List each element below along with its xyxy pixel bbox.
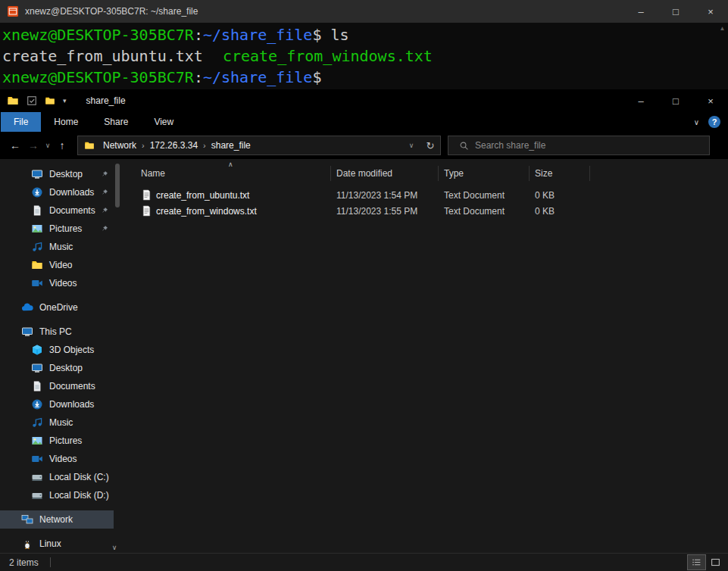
sidebar-scroll-down-icon[interactable]: ∨ <box>109 544 120 551</box>
video-camera-icon <box>31 453 43 465</box>
ribbon-expand-icon[interactable]: ∨ <box>694 118 699 126</box>
search-box[interactable] <box>448 136 710 155</box>
terminal-close-button[interactable]: × <box>693 0 728 23</box>
terminal-app-icon <box>7 5 19 17</box>
sidebar-item-label: Pictures <box>49 435 82 446</box>
scroll-up-icon[interactable]: ▲ <box>720 25 726 32</box>
file-name: create_from_windows.txt <box>156 206 257 217</box>
forward-button[interactable]: → <box>24 139 42 151</box>
column-header-size[interactable]: Size <box>530 166 590 181</box>
sidebar-item-linux[interactable]: Linux <box>0 535 114 553</box>
cloud-icon <box>21 301 33 314</box>
details-view-icon <box>692 557 701 567</box>
large-icons-view-button[interactable] <box>707 555 724 569</box>
sidebar-item-label: This PC <box>39 326 72 337</box>
sidebar-item-videos[interactable]: Videos <box>0 450 114 468</box>
sidebar-item-desktop[interactable]: Desktop <box>0 359 114 377</box>
tab-view[interactable]: View <box>141 112 186 132</box>
back-button[interactable]: ← <box>6 139 24 151</box>
sidebar-item-network[interactable]: Network <box>0 510 114 529</box>
terminal-line-output: create_from_ubuntu.txtcreate_from_window… <box>2 45 728 67</box>
sidebar-item-music[interactable]: Music <box>0 413 114 432</box>
terminal-minimize-button[interactable]: – <box>623 0 658 23</box>
tab-share[interactable]: Share <box>91 112 141 132</box>
view-toggle-buttons <box>688 555 724 569</box>
terminal-line-prompt-2: xnewz@DESKTOP-305BC7R:~/share_file$ <box>2 67 728 88</box>
sidebar-item-onedrive[interactable]: OneDrive <box>0 298 114 317</box>
details-view-button[interactable] <box>688 555 705 569</box>
sidebar-item-video-qa[interactable]: Video <box>0 256 114 274</box>
download-icon <box>31 398 43 410</box>
sidebar-item-local-disk-c[interactable]: Local Disk (C:) <box>0 468 114 486</box>
qat-dropdown-icon[interactable]: ▾ <box>63 97 67 105</box>
sidebar-item-documents[interactable]: Documents <box>0 377 114 395</box>
item-count: 2 items <box>9 557 39 568</box>
sidebar-item-local-disk-d[interactable]: Local Disk (D:) <box>0 486 114 504</box>
column-header-date-modified[interactable]: Date modified <box>331 166 439 181</box>
navigation-pane: Desktop Downloads Documents Pictures <box>0 159 114 553</box>
refresh-icon[interactable]: ↻ <box>420 140 440 151</box>
terminal-maximize-button[interactable]: □ <box>658 0 693 23</box>
desktop: xnewz@DESKTOP-305BC7R: ~/share_file – □ … <box>0 0 728 571</box>
sidebar-item-videos-qa[interactable]: Videos <box>0 274 114 292</box>
up-button[interactable]: ↑ <box>53 139 71 151</box>
terminal-scrollbar[interactable]: ▲ <box>717 24 728 89</box>
qat-properties-icon[interactable] <box>27 95 37 106</box>
prompt-user-host: xnewz@DESKTOP-305BC7R <box>2 26 194 44</box>
prompt-colon: : <box>194 68 203 86</box>
sidebar-item-3d-objects[interactable]: 3D Objects <box>0 341 114 359</box>
picture-icon <box>31 223 43 235</box>
terminal-line-prompt-1: xnewz@DESKTOP-305BC7R:~/share_file$ls <box>2 24 728 45</box>
sidebar-item-pictures-qa[interactable]: Pictures <box>0 220 114 238</box>
help-icon[interactable]: ? <box>708 116 720 128</box>
music-note-icon <box>31 241 43 253</box>
sidebar-scrollbar[interactable] <box>114 159 121 553</box>
breadcrumb-host[interactable]: 172.26.3.34 <box>145 140 203 151</box>
sidebar-item-desktop-qa[interactable]: Desktop <box>0 165 114 183</box>
explorer-maximize-button[interactable]: □ <box>658 89 693 112</box>
pin-icon <box>101 207 108 214</box>
sidebar-item-label: Documents <box>49 381 95 392</box>
sidebar-item-label: Local Disk (C:) <box>49 472 109 482</box>
sidebar-item-this-pc[interactable]: This PC <box>0 323 114 341</box>
sidebar-item-documents-qa[interactable]: Documents <box>0 201 114 220</box>
history-dropdown-icon[interactable]: ∨ <box>42 142 53 149</box>
explorer-titlebar[interactable]: ▾ share_file – □ × <box>0 89 728 112</box>
file-type: Text Document <box>439 206 530 217</box>
sort-ascending-icon[interactable]: ∧ <box>228 161 233 168</box>
sidebar-scrollbar-thumb[interactable] <box>115 164 120 207</box>
terminal-titlebar[interactable]: xnewz@DESKTOP-305BC7R: ~/share_file – □ … <box>0 0 728 23</box>
sidebar-item-downloads[interactable]: Downloads <box>0 395 114 413</box>
qat-new-folder-icon[interactable] <box>45 95 55 106</box>
file-rows: create_from_ubuntu.txt 11/13/2023 1:54 P… <box>122 187 728 219</box>
tab-file[interactable]: File <box>1 112 41 132</box>
terminal-title: xnewz@DESKTOP-305BC7R: ~/share_file <box>25 6 623 17</box>
prompt-cwd: ~/share_file <box>203 68 313 86</box>
column-header-type[interactable]: Type <box>439 166 530 181</box>
file-row-create-from-ubuntu[interactable]: create_from_ubuntu.txt 11/13/2023 1:54 P… <box>122 187 728 203</box>
video-camera-icon <box>31 277 43 289</box>
explorer-minimize-button[interactable]: – <box>623 89 658 112</box>
breadcrumb-network[interactable]: Network <box>98 140 142 151</box>
text-file-icon <box>141 205 152 217</box>
sidebar-item-pictures[interactable]: Pictures <box>0 432 114 450</box>
terminal-output-area[interactable]: xnewz@DESKTOP-305BC7R:~/share_file$ls cr… <box>0 23 728 89</box>
sidebar-item-label: Music <box>49 242 73 252</box>
address-bar[interactable]: Network › 172.26.3.34 › share_file ∨ ↻ <box>77 136 441 155</box>
file-row-create-from-windows[interactable]: create_from_windows.txt 11/13/2023 1:55 … <box>122 203 728 219</box>
file-date-modified: 11/13/2023 1:55 PM <box>331 206 439 217</box>
ribbon-tab-bar: File Home Share View ∨ ? <box>0 112 728 132</box>
sidebar-item-music-qa[interactable]: Music <box>0 238 114 256</box>
explorer-close-button[interactable]: × <box>693 89 728 112</box>
sidebar-item-downloads-qa[interactable]: Downloads <box>0 183 114 201</box>
sidebar-item-label: OneDrive <box>39 302 78 313</box>
output-file-2: create_from_windows.txt <box>223 47 433 65</box>
search-input[interactable] <box>475 140 705 151</box>
sidebar-gap <box>0 504 114 510</box>
column-header-name[interactable]: Name <box>141 166 331 181</box>
tab-home[interactable]: Home <box>41 112 91 132</box>
computer-icon <box>21 326 33 338</box>
address-dropdown-icon[interactable]: ∨ <box>402 142 420 149</box>
file-list-area[interactable]: ∧ Name Date modified Type Size create_fr… <box>122 159 728 553</box>
breadcrumb-folder[interactable]: share_file <box>206 140 256 151</box>
